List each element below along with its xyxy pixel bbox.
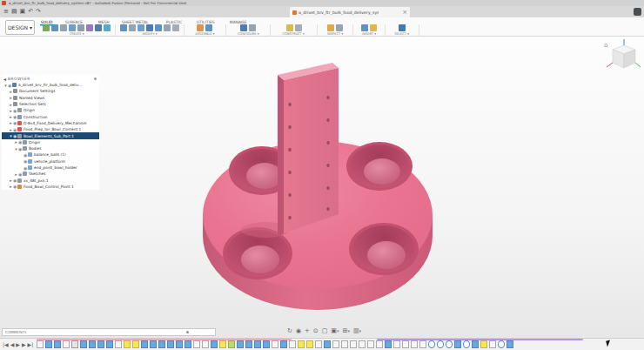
- tree-item[interactable]: ▸◉O-8x4_Food_Delivery_Mechanism: [2, 120, 99, 126]
- timeline-feature-38[interactable]: [359, 340, 366, 348]
- fillet-icon[interactable]: [129, 24, 136, 31]
- timeline-feature-50[interactable]: [463, 340, 470, 348]
- step-forward-icon[interactable]: ▶: [22, 341, 26, 348]
- timeline-feature-52[interactable]: [480, 340, 487, 348]
- visibility-eye-icon[interactable]: ◉: [13, 114, 17, 119]
- tree-item[interactable]: ◉end_point_bowl_holder: [2, 165, 99, 171]
- offset-face-icon[interactable]: [155, 24, 162, 31]
- tree-item[interactable]: ▾◉Bodies: [2, 145, 99, 151]
- create-sketch-icon[interactable]: [43, 24, 50, 31]
- pattern-icon[interactable]: [86, 24, 93, 31]
- group-label[interactable]: CONSTRUCT ▾: [283, 31, 305, 35]
- timeline-feature-49[interactable]: [454, 340, 461, 348]
- visibility-eye-icon[interactable]: ◉: [18, 139, 22, 145]
- zoom-icon[interactable]: ⊙: [313, 327, 319, 335]
- timeline-feature-36[interactable]: [341, 340, 348, 348]
- step-back-icon[interactable]: ◀: [10, 341, 15, 348]
- tree-item[interactable]: ▾◉Bowl_Elements_Sub_Part:1: [2, 132, 99, 138]
- timeline-feature-54[interactable]: [498, 340, 505, 348]
- look-at-icon[interactable]: ◉: [296, 327, 301, 335]
- timeline-feature-9[interactable]: [106, 340, 113, 348]
- combine-icon[interactable]: [146, 24, 153, 31]
- timeline-feature-8[interactable]: [97, 340, 104, 348]
- group-label[interactable]: INSPECT ▾: [327, 31, 343, 35]
- group-label[interactable]: MODIFY ▾: [142, 31, 157, 35]
- fit-icon[interactable]: ▢: [322, 327, 328, 335]
- timeline-feature-16[interactable]: [167, 340, 174, 348]
- user-avatar[interactable]: [634, 8, 641, 16]
- tree-item[interactable]: ▸◉Sketches: [2, 171, 99, 177]
- offset-plane-icon[interactable]: [286, 24, 293, 31]
- timeline-feature-10[interactable]: [115, 340, 122, 348]
- visibility-eye-icon[interactable]: ◉: [23, 165, 27, 171]
- hole-icon[interactable]: [95, 24, 102, 31]
- timeline-feature-5[interactable]: [71, 340, 78, 348]
- form-icon[interactable]: [104, 24, 111, 31]
- visibility-eye-icon[interactable]: ◉: [13, 184, 17, 189]
- timeline-feature-6[interactable]: [80, 340, 87, 348]
- timeline-feature-11[interactable]: [124, 340, 131, 348]
- visibility-eye-icon[interactable]: ◉: [23, 152, 27, 158]
- insert-mesh-icon[interactable]: [370, 24, 377, 31]
- timeline-feature-41[interactable]: [385, 340, 392, 348]
- configuration-icon[interactable]: [240, 24, 247, 31]
- press-pull-icon[interactable]: [120, 24, 127, 31]
- tab-mesh[interactable]: MESH: [97, 19, 110, 24]
- save-icon[interactable]: ▣: [20, 8, 26, 16]
- extrude-icon[interactable]: [51, 24, 58, 31]
- tree-item[interactable]: ▸◉Construction: [2, 113, 99, 119]
- timeline-feature-47[interactable]: [437, 340, 444, 348]
- construction-axis-icon[interactable]: [295, 24, 302, 31]
- timeline-feature-33[interactable]: [315, 340, 322, 348]
- group-label[interactable]: SELECT ▾: [395, 31, 410, 35]
- visibility-eye-icon[interactable]: ◉: [18, 146, 22, 151]
- view-cube[interactable]: ⌂: [603, 38, 641, 82]
- timeline-feature-48[interactable]: [446, 340, 453, 348]
- timeline-feature-13[interactable]: [141, 340, 148, 348]
- measure-icon[interactable]: [327, 24, 334, 31]
- viewports-icon[interactable]: ▥▾: [353, 327, 361, 335]
- timeline-feature-3[interactable]: [54, 340, 61, 348]
- file-icon[interactable]: ▤: [11, 8, 17, 16]
- tree-item[interactable]: ▸◉Origin: [2, 107, 99, 113]
- timeline-feature-51[interactable]: [472, 340, 479, 348]
- timeline-feature-27[interactable]: [263, 340, 270, 348]
- display-settings-icon[interactable]: ▣▾: [331, 327, 339, 335]
- timeline-feature-24[interactable]: [237, 340, 244, 348]
- tree-item[interactable]: ▸Named Views: [2, 95, 99, 101]
- timeline-feature-46[interactable]: [428, 340, 435, 348]
- timeline-feature-7[interactable]: [89, 340, 96, 348]
- redo-icon[interactable]: ↷: [36, 8, 41, 16]
- tab-sheet-metal[interactable]: SHEET METAL: [121, 19, 149, 24]
- go-to-end-icon[interactable]: ▶|: [28, 341, 34, 348]
- joint-icon[interactable]: [205, 24, 212, 31]
- workspace-selector[interactable]: DESIGN ▾: [5, 20, 35, 35]
- timeline-feature-15[interactable]: [158, 340, 165, 348]
- group-label[interactable]: INSERT ▾: [362, 31, 376, 35]
- move-copy-icon[interactable]: [172, 24, 179, 31]
- group-label[interactable]: CONFIGURE ▾: [238, 31, 258, 35]
- timeline-feature-12[interactable]: [132, 340, 139, 348]
- tree-item[interactable]: ◉vehicle_platform: [2, 158, 99, 165]
- sweep-icon[interactable]: [69, 24, 76, 31]
- close-tab-icon[interactable]: ×: [402, 9, 407, 16]
- visibility-eye-icon[interactable]: ◉: [13, 133, 17, 138]
- visibility-eye-icon[interactable]: ◉: [18, 172, 22, 177]
- timeline-feature-18[interactable]: [184, 340, 191, 348]
- timeline-feature-20[interactable]: [202, 340, 209, 348]
- timeline-feature-4[interactable]: [63, 340, 70, 348]
- tab-solid[interactable]: SOLID: [40, 19, 53, 24]
- timeline-feature-42[interactable]: [393, 340, 400, 348]
- timeline-feature-45[interactable]: [419, 340, 426, 348]
- visibility-eye-icon[interactable]: ◉: [13, 120, 17, 125]
- split-body-icon[interactable]: [164, 24, 171, 31]
- timeline-feature-25[interactable]: [245, 340, 252, 348]
- grid-layout-icon[interactable]: ⊞▾: [343, 327, 350, 335]
- timeline-feature-26[interactable]: [254, 340, 261, 348]
- collapse-panel-icon[interactable]: ◂: [3, 76, 6, 82]
- loft-icon[interactable]: [77, 24, 84, 31]
- timeline-feature-31[interactable]: [298, 340, 305, 348]
- tab-utilities[interactable]: UTILITIES: [196, 19, 215, 24]
- viewport-canvas[interactable]: ⌂ ◂ BROWSER ▾◉a_drivet_brv_ftr_bulk_food…: [0, 37, 644, 350]
- new-component-icon[interactable]: [197, 24, 204, 31]
